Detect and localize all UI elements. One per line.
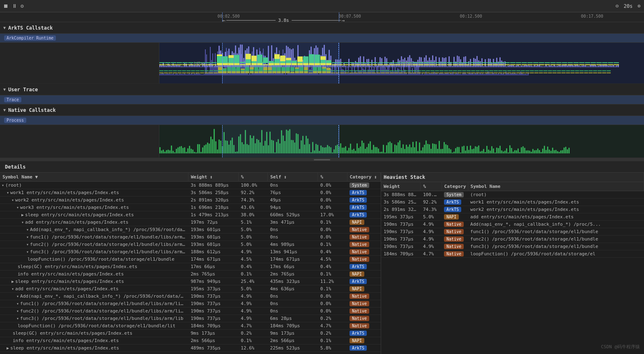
- svg-rect-357: [602, 64, 607, 65]
- expand-icon[interactable]: ▾: [26, 250, 29, 254]
- table-row[interactable]: 2s 891ms 320µs 74.3% ArkTS work2 entry/s…: [381, 206, 644, 213]
- col-header-weight[interactable]: Weight ↕: [188, 173, 238, 182]
- svg-rect-345: [533, 64, 538, 65]
- table-row[interactable]: ▶sleep entry/src/main/ets/pages/Index.et…: [0, 278, 381, 285]
- cell-pct: 5.1%: [238, 219, 267, 226]
- table-row[interactable]: sleep(GC) entry/src/main/ets/pages/Index…: [0, 330, 381, 337]
- cell-category: System: [347, 182, 380, 189]
- table-row[interactable]: 190ms 737µs 4.9% Native Add(napi_env_*, …: [381, 221, 644, 228]
- cell-category: ArkTS: [347, 197, 380, 204]
- arkts-vline-right: [339, 43, 339, 83]
- zoom-in-icon[interactable]: ⊕: [637, 3, 641, 9]
- svg-rect-420: [504, 62, 510, 63]
- user-trace-header[interactable]: ▼ User Trace: [0, 84, 644, 95]
- expand-icon[interactable]: ▶: [7, 346, 9, 350]
- table-row[interactable]: ▾func2() /proc/5936/root/data/storage/el…: [0, 241, 381, 248]
- expand-icon[interactable]: ▶: [21, 213, 24, 217]
- svg-rect-1178: [549, 150, 550, 153]
- expand-icon[interactable]: ▾: [26, 227, 29, 232]
- expand-icon[interactable]: ▾: [12, 287, 14, 291]
- table-row[interactable]: info entry/src/main/ets/pages/Index.ets …: [0, 337, 381, 345]
- zoom-out-icon[interactable]: ⊖: [616, 3, 619, 9]
- svg-rect-974: [214, 129, 215, 153]
- table-row[interactable]: ▾func1() /proc/5936/root/data/storage/el…: [0, 234, 381, 241]
- filter-icon[interactable]: ⚙: [21, 3, 24, 9]
- svg-rect-1100: [421, 150, 422, 153]
- table-row[interactable]: ▾func3() /proc/5936/root/data/storage/el…: [0, 315, 381, 322]
- stop-icon[interactable]: ⏹: [3, 3, 9, 9]
- expand-icon[interactable]: ▾: [2, 183, 4, 187]
- col-header-pct[interactable]: %: [238, 173, 267, 182]
- svg-rect-207: [499, 58, 501, 67]
- right-cell-sym: add entry/src/main/ets/pages/Index.ets: [468, 213, 644, 221]
- svg-rect-1183: [557, 151, 558, 154]
- table-row[interactable]: 195ms 373µs 5.0% NAPI add entry/src/main…: [381, 213, 644, 221]
- svg-rect-428: [550, 62, 556, 63]
- table-row[interactable]: 3s 586ms 258µs 92.2% ArkTS work1 entry/s…: [381, 199, 644, 206]
- table-row[interactable]: 190ms 737µs 4.9% Native func3() /proc/59…: [381, 243, 644, 250]
- table-row[interactable]: ▶sleep entry/src/main/ets/pages/Index.et…: [0, 211, 381, 219]
- expand-icon[interactable]: ▾: [16, 301, 19, 306]
- expand-icon[interactable]: ▾: [12, 198, 14, 202]
- expand-icon[interactable]: ▾: [16, 294, 19, 298]
- svg-rect-31: [210, 63, 212, 67]
- table-row[interactable]: info entry/src/main/ets/pages/Index.ets …: [0, 271, 381, 278]
- svg-rect-1166: [529, 150, 530, 153]
- col-header-category[interactable]: Category ↕: [347, 173, 380, 182]
- svg-rect-216: [514, 66, 515, 67]
- svg-rect-1070: [371, 150, 373, 153]
- table-row[interactable]: 190ms 737µs 4.9% Native func1() /proc/59…: [381, 228, 644, 236]
- col-header-symbol[interactable]: Symbol Name ▼: [0, 173, 188, 182]
- expand-icon[interactable]: ▾: [7, 190, 9, 195]
- expand-icon[interactable]: ▾: [16, 205, 19, 210]
- arkts-section-header[interactable]: ▼ ArkTS Callstack: [0, 22, 644, 34]
- expand-icon[interactable]: ▶: [12, 279, 14, 284]
- native-section-header[interactable]: ▼ Native Callstack: [0, 104, 644, 116]
- cell-self: 660ms 529µs: [268, 211, 318, 219]
- svg-rect-137: [384, 57, 386, 67]
- svg-rect-22: [196, 65, 197, 67]
- expand-icon[interactable]: ▾: [26, 242, 29, 247]
- svg-rect-1185: [560, 150, 561, 153]
- table-row[interactable]: ▾func3() /proc/5936/root/data/storage/el…: [0, 248, 381, 256]
- panel-divider[interactable]: [0, 158, 644, 161]
- svg-rect-1189: [567, 149, 568, 153]
- col-header-selfpct[interactable]: %: [318, 173, 347, 182]
- pause-icon[interactable]: ⏸: [12, 3, 17, 9]
- svg-rect-439: [614, 62, 619, 63]
- table-row[interactable]: 184ms 709µs 4.7% Native loopFunction() /…: [381, 250, 644, 258]
- table-row[interactable]: ▾work3 entry/src/main/ets/pages/Index.et…: [0, 204, 381, 211]
- svg-rect-283: [177, 64, 182, 65]
- svg-rect-1168: [532, 149, 534, 153]
- cell-symbol: ▶sleep entry/src/main/ets/pages/Index.et…: [0, 211, 188, 219]
- cell-selfpct: 0.4%: [318, 263, 347, 271]
- table-row[interactable]: 190ms 737µs 4.9% Native func2() /proc/59…: [381, 236, 644, 243]
- table-row[interactable]: ▾func1() /proc/5936/root/data/storage/el…: [0, 300, 381, 308]
- svg-rect-325: [418, 64, 423, 65]
- cell-weight: 1s 696ms 210µs: [188, 204, 238, 211]
- table-row[interactable]: loopFunction() /proc/5936/root/data/stor…: [0, 256, 381, 263]
- table-row[interactable]: 3s 888ms 889µs 100.0% System (root): [381, 191, 644, 199]
- table-row[interactable]: ▾add entry/src/main/ets/pages/Index.ets …: [0, 285, 381, 293]
- expand-icon[interactable]: ▾: [21, 220, 24, 224]
- table-row[interactable]: ▾(root) 3s 888ms 889µs 100.0% 0ns 0.0% S…: [0, 182, 381, 189]
- right-data-table: Heaviest Stack Weight % Category Symbol …: [381, 173, 644, 258]
- table-row[interactable]: loopFunction() /proc/5936/root/data/stor…: [0, 322, 381, 330]
- svg-rect-1057: [350, 143, 351, 153]
- table-row[interactable]: ▾func2() /proc/5936/root/data/storage/el…: [0, 308, 381, 315]
- col-header-self[interactable]: Self ↕: [268, 173, 318, 182]
- table-row[interactable]: ▾work2 entry/src/main/ets/pages/Index.et…: [0, 197, 381, 204]
- svg-rect-129: [371, 60, 373, 67]
- table-row[interactable]: ▶sleep entry/src/main/ets/pages/Index.et…: [0, 345, 381, 352]
- expand-icon[interactable]: ▾: [16, 316, 19, 321]
- expand-icon[interactable]: ▾: [26, 235, 29, 239]
- table-row[interactable]: ▾Add(napi_env_*, napi_callback_info_*) /…: [0, 226, 381, 234]
- right-cell-cat: Native: [442, 228, 468, 236]
- expand-icon[interactable]: ▾: [16, 309, 19, 313]
- svg-rect-185: [463, 57, 465, 67]
- svg-rect-238: [550, 65, 552, 67]
- table-row[interactable]: ▾add entry/src/main/ets/pages/Index.ets …: [0, 219, 381, 226]
- table-row[interactable]: sleep(GC) entry/src/main/ets/pages/Index…: [0, 263, 381, 271]
- table-row[interactable]: ▾work1 entry/src/main/ets/pages/Index.et…: [0, 189, 381, 197]
- table-row[interactable]: ▾Add(napi_env_*, napi_callback_info_*) /…: [0, 293, 381, 300]
